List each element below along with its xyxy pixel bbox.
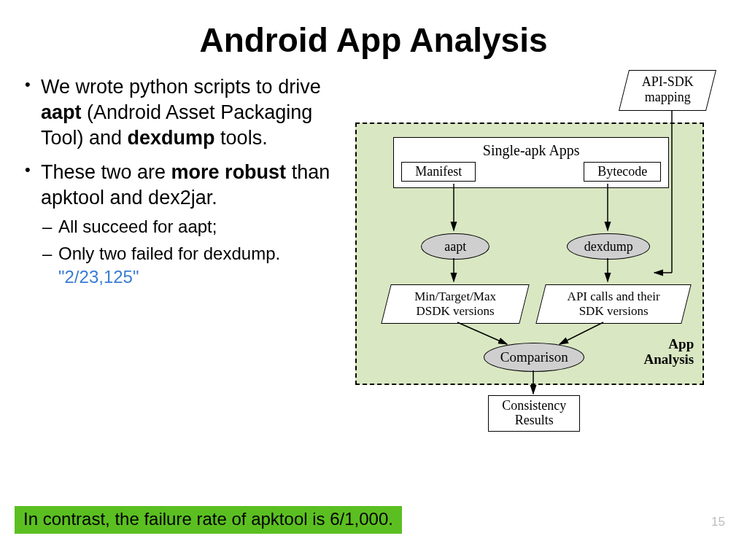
diagram: API-SDK mapping Single-apk Apps Manifest… xyxy=(348,67,727,461)
label: Analysis xyxy=(644,351,694,367)
label: DSDK versions xyxy=(417,304,495,318)
aapt-ellipse: aapt xyxy=(421,233,489,260)
text: We wrote python scripts to drive xyxy=(41,76,321,98)
diagram-column: API-SDK mapping Single-apk Apps Manifest… xyxy=(348,67,725,298)
consistency-results-box: Consistency Results xyxy=(488,395,580,432)
label: Results xyxy=(515,413,554,427)
bullet-2: These two are more robust than apktool a… xyxy=(22,160,348,289)
comparison-ellipse: Comparison xyxy=(484,343,584,372)
label: mapping xyxy=(645,90,691,104)
app-analysis-label: App Analysis xyxy=(644,337,694,368)
label: Single-apk Apps xyxy=(394,138,668,162)
api-sdk-parallelogram: API-SDK mapping xyxy=(619,70,716,111)
single-apk-box: Single-apk Apps Manifest Bytecode xyxy=(393,137,669,188)
bullet-column: We wrote python scripts to drive aapt (A… xyxy=(22,67,348,298)
slide-title: Android App Analysis xyxy=(0,0,747,67)
bytecode-box: Bytecode xyxy=(584,162,661,182)
text-blue: "2/23,125" xyxy=(58,267,139,287)
subbullet-2: Only two failed for dexdump. "2/23,125" xyxy=(41,242,348,289)
text-bold: dexdump xyxy=(128,127,215,149)
label: API-SDK xyxy=(642,74,694,89)
label: SDK versions xyxy=(579,304,649,318)
label: API calls and their xyxy=(568,289,660,303)
manifest-box: Manifest xyxy=(401,162,476,182)
content-area: We wrote python scripts to drive aapt (A… xyxy=(0,67,747,298)
text-bold: more robust xyxy=(171,161,287,183)
subbullet-1: All succeed for aapt; xyxy=(41,215,348,238)
label: Consistency xyxy=(502,398,566,413)
text: These two are xyxy=(41,161,171,183)
api-calls-parallelogram: API calls and their SDK versions xyxy=(535,284,691,324)
label: App xyxy=(668,336,694,351)
text: tools. xyxy=(215,127,268,149)
page-number: 15 xyxy=(711,515,725,529)
app-analysis-dashed-box: Single-apk Apps Manifest Bytecode aapt d… xyxy=(355,122,704,385)
versions-parallelogram: Min/Target/Max DSDK versions xyxy=(381,284,529,324)
dexdump-ellipse: dexdump xyxy=(567,233,650,260)
text: Only two failed for dexdump. xyxy=(58,244,280,263)
bullet-1: We wrote python scripts to drive aapt (A… xyxy=(22,74,348,151)
text-bold: aapt xyxy=(41,101,82,123)
highlight-bar: In contrast, the failure rate of apktool… xyxy=(15,506,402,534)
label: Min/Target/Max xyxy=(414,289,496,303)
